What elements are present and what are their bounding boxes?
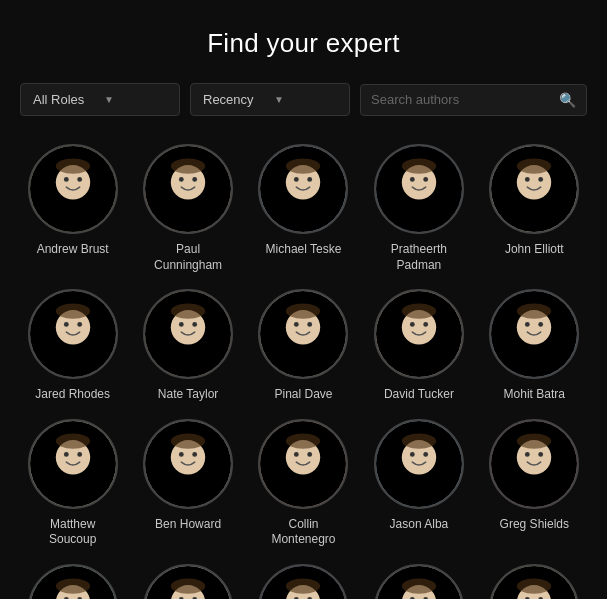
svg-point-119 bbox=[517, 578, 551, 593]
svg-point-27 bbox=[525, 177, 530, 182]
expert-name: Mohit Batra bbox=[504, 387, 565, 403]
expert-avatar bbox=[489, 289, 579, 379]
svg-point-69 bbox=[179, 452, 184, 457]
svg-point-46 bbox=[308, 322, 313, 327]
svg-point-47 bbox=[286, 304, 320, 319]
expert-name: Pratheerth Padman bbox=[371, 242, 466, 273]
expert-item[interactable]: Vladimir Jovanovic bbox=[20, 564, 125, 599]
search-icon[interactable]: 🔍 bbox=[559, 92, 576, 108]
chevron-down-icon: ▼ bbox=[104, 94, 167, 105]
expert-item[interactable]: Michael Teske bbox=[251, 144, 356, 273]
expert-item[interactable]: Paul Cunningham bbox=[135, 144, 240, 273]
svg-point-70 bbox=[192, 452, 197, 457]
expert-avatar bbox=[489, 144, 579, 234]
expert-avatar bbox=[258, 144, 348, 234]
expert-item[interactable]: Jared Rhodes bbox=[20, 289, 125, 403]
svg-point-23 bbox=[402, 158, 436, 173]
svg-point-59 bbox=[517, 304, 551, 319]
expert-avatar bbox=[258, 289, 348, 379]
svg-point-3 bbox=[64, 177, 69, 182]
svg-point-40 bbox=[192, 322, 197, 327]
expert-item[interactable]: Pinal Dave bbox=[251, 289, 356, 403]
expert-name: Jason Alba bbox=[390, 517, 449, 533]
svg-point-41 bbox=[171, 304, 205, 319]
roles-filter[interactable]: All Roles ▼ bbox=[20, 83, 180, 116]
svg-point-34 bbox=[77, 322, 82, 327]
expert-name: Paul Cunningham bbox=[141, 242, 236, 273]
expert-item[interactable]: Greg Shields bbox=[482, 419, 587, 548]
svg-point-39 bbox=[179, 322, 184, 327]
recency-label: Recency bbox=[203, 92, 266, 107]
svg-point-10 bbox=[192, 177, 197, 182]
expert-item[interactable]: Pratheerth Padman bbox=[366, 144, 471, 273]
svg-point-107 bbox=[286, 578, 320, 593]
expert-avatar bbox=[28, 144, 118, 234]
expert-item[interactable]: Daniel Krzyczkowski bbox=[251, 564, 356, 599]
expert-name: Michael Teske bbox=[266, 242, 342, 258]
expert-item[interactable]: David Tucker bbox=[366, 289, 471, 403]
svg-point-67 bbox=[167, 482, 209, 509]
svg-point-31 bbox=[52, 352, 94, 379]
svg-point-49 bbox=[398, 352, 440, 379]
expert-avatar bbox=[143, 289, 233, 379]
svg-point-87 bbox=[525, 452, 530, 457]
expert-name: John Elliott bbox=[505, 242, 564, 258]
expert-item[interactable]: John Kuefler bbox=[135, 564, 240, 599]
svg-point-71 bbox=[171, 433, 205, 448]
expert-item[interactable]: Andrew Brust bbox=[20, 144, 125, 273]
svg-point-95 bbox=[55, 578, 89, 593]
expert-avatar bbox=[28, 289, 118, 379]
svg-point-7 bbox=[167, 207, 209, 234]
svg-point-11 bbox=[171, 158, 205, 173]
svg-point-63 bbox=[64, 452, 69, 457]
svg-point-61 bbox=[52, 482, 94, 509]
svg-point-25 bbox=[513, 207, 555, 234]
expert-name: Pinal Dave bbox=[274, 387, 332, 403]
expert-name: Ben Howard bbox=[155, 517, 221, 533]
roles-label: All Roles bbox=[33, 92, 96, 107]
svg-point-55 bbox=[513, 352, 555, 379]
svg-point-29 bbox=[517, 158, 551, 173]
svg-point-13 bbox=[282, 207, 324, 234]
svg-point-53 bbox=[402, 304, 436, 319]
svg-point-88 bbox=[539, 452, 544, 457]
svg-point-22 bbox=[423, 177, 428, 182]
expert-avatar bbox=[143, 419, 233, 509]
expert-name: Greg Shields bbox=[500, 517, 569, 533]
expert-item[interactable]: Collin Montenegro bbox=[251, 419, 356, 548]
expert-name: Andrew Brust bbox=[37, 242, 109, 258]
svg-point-52 bbox=[423, 322, 428, 327]
experts-grid: Andrew Brust Paul Cunningham bbox=[20, 144, 587, 599]
svg-point-58 bbox=[539, 322, 544, 327]
expert-name: Matthew Soucoup bbox=[25, 517, 120, 548]
expert-item[interactable]: Matthew Soucoup bbox=[20, 419, 125, 548]
search-input[interactable] bbox=[371, 92, 559, 107]
expert-avatar bbox=[143, 564, 233, 599]
svg-point-43 bbox=[282, 352, 324, 379]
expert-avatar bbox=[258, 419, 348, 509]
expert-item[interactable]: Ben Howard bbox=[135, 419, 240, 548]
expert-avatar bbox=[374, 419, 464, 509]
recency-filter[interactable]: Recency ▼ bbox=[190, 83, 350, 116]
expert-item[interactable]: Don Robins bbox=[366, 564, 471, 599]
expert-item[interactable]: John Elliott bbox=[482, 144, 587, 273]
expert-name: David Tucker bbox=[384, 387, 454, 403]
expert-item[interactable]: Jason Alba bbox=[366, 419, 471, 548]
svg-point-4 bbox=[77, 177, 82, 182]
expert-item[interactable]: Christian Knapp bbox=[482, 564, 587, 599]
expert-name: Nate Taylor bbox=[158, 387, 218, 403]
search-box[interactable]: 🔍 bbox=[360, 84, 587, 116]
expert-item[interactable]: Mohit Batra bbox=[482, 289, 587, 403]
expert-name: Jared Rhodes bbox=[35, 387, 110, 403]
expert-avatar bbox=[28, 564, 118, 599]
expert-avatar bbox=[374, 564, 464, 599]
svg-point-37 bbox=[167, 352, 209, 379]
expert-item[interactable]: Nate Taylor bbox=[135, 289, 240, 403]
expert-avatar bbox=[374, 289, 464, 379]
svg-point-33 bbox=[64, 322, 69, 327]
svg-point-9 bbox=[179, 177, 184, 182]
expert-avatar bbox=[143, 144, 233, 234]
svg-point-113 bbox=[402, 578, 436, 593]
svg-point-101 bbox=[171, 578, 205, 593]
page-container: Find your expert All Roles ▼ Recency ▼ 🔍 bbox=[0, 0, 607, 599]
